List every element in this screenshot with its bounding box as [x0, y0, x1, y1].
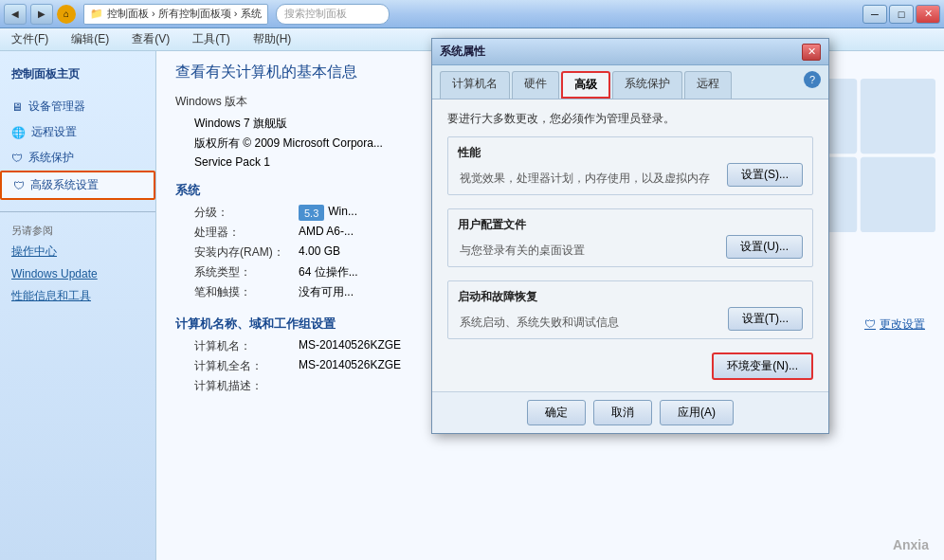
service-pack-text: Service Pack 1 — [194, 155, 270, 169]
ram-value: 4.00 GB — [299, 244, 340, 261]
pc-fullname-value: MS-20140526KZGE — [299, 358, 401, 374]
dialog-section-user-profiles: 用户配置文件 与您登录有关的桌面设置 设置(U)... — [447, 208, 813, 267]
dialog-section-performance: 性能 视觉效果，处理器计划，内存使用，以及虚拟内存 设置(S)... — [447, 136, 813, 195]
env-btn-row: 环境变量(N)... — [447, 352, 813, 380]
remote-icon: 🌐 — [11, 126, 26, 139]
search-box[interactable]: 搜索控制面板 — [276, 4, 390, 25]
watermark: Anxia — [893, 537, 929, 552]
sidebar-link-windows-update[interactable]: Windows Update — [0, 263, 155, 284]
os-type-value: 64 位操作... — [299, 264, 358, 280]
search-placeholder: 搜索控制面板 — [284, 7, 347, 21]
svg-rect-3 — [861, 157, 935, 232]
sidebar-item-system-protect[interactable]: 🛡 系统保护 — [0, 145, 155, 171]
sidebar-link-performance[interactable]: 性能信息和工具 — [0, 284, 155, 308]
address-bar: 📁 控制面板 › 所有控制面板项 › 系统 — [83, 4, 268, 25]
touch-value: 没有可用... — [299, 284, 354, 300]
rating-label: 分级： — [194, 205, 299, 221]
dialog-title: 系统属性 — [440, 44, 485, 60]
sidebar-item-device-manager[interactable]: 🖥 设备管理器 — [0, 94, 155, 119]
sidebar: 控制面板主页 🖥 设备管理器 🌐 远程设置 🛡 系统保护 🛡 高级系统设置 另请… — [0, 51, 156, 560]
change-settings-link[interactable]: 🛡 更改设置 — [864, 316, 925, 333]
processor-label: 处理器： — [194, 225, 299, 241]
pc-fullname-label: 计算机全名： — [194, 358, 299, 374]
sidebar-main-title[interactable]: 控制面板主页 — [0, 63, 155, 86]
sidebar-item-label: 高级系统设置 — [30, 177, 99, 193]
ok-button[interactable]: 确定 — [527, 400, 586, 425]
os-type-label: 系统类型： — [194, 264, 299, 280]
startup-title: 启动和故障恢复 — [458, 289, 803, 305]
settings-icon: 🛡 — [864, 317, 876, 331]
back-button[interactable]: ◀ — [4, 4, 27, 25]
sidebar-link-action-center[interactable]: 操作中心 — [0, 240, 155, 263]
svg-rect-1 — [861, 79, 935, 154]
dialog-help-icon[interactable]: ? — [804, 71, 821, 88]
maximize-button[interactable]: □ — [889, 5, 914, 24]
title-bar: ◀ ▶ ⌂ 📁 控制面板 › 所有控制面板项 › 系统 搜索控制面板 ─ □ ✕ — [0, 0, 944, 28]
tab-hardware[interactable]: 硬件 — [512, 71, 559, 99]
dialog-content: 要进行大多数更改，您必须作为管理员登录。 性能 视觉效果，处理器计划，内存使用，… — [432, 99, 828, 391]
tab-advanced[interactable]: 高级 — [561, 71, 610, 99]
rating-badge: 5.3 — [299, 205, 324, 221]
pc-name-label: 计算机名： — [194, 338, 299, 354]
computer-section-label: 计算机名称、域和工作组设置 — [175, 316, 336, 333]
device-manager-icon: 🖥 — [11, 100, 23, 114]
user-settings-button[interactable]: 设置(U)... — [726, 235, 803, 259]
sidebar-item-remote[interactable]: 🌐 远程设置 — [0, 119, 155, 145]
dialog-note: 要进行大多数更改，您必须作为管理员登录。 — [447, 111, 813, 127]
sidebar-sub-title: 另请参阅 — [0, 220, 155, 240]
dialog-footer: 确定 取消 应用(A) — [432, 391, 828, 433]
apply-button[interactable]: 应用(A) — [660, 400, 734, 425]
touch-label: 笔和触摸： — [194, 284, 299, 300]
title-bar-controls: ─ □ ✕ — [862, 5, 940, 24]
change-settings-text: 更改设置 — [880, 316, 925, 333]
startup-settings-button[interactable]: 设置(T)... — [728, 307, 803, 331]
sidebar-item-label: 远程设置 — [31, 124, 77, 140]
sidebar-item-label: 设备管理器 — [28, 99, 85, 115]
folder-icon: 📁 — [90, 8, 103, 20]
dialog-tabs: 计算机名 硬件 高级 系统保护 远程 ? — [432, 65, 828, 99]
perf-title: 性能 — [458, 145, 803, 161]
tab-computer-name[interactable]: 计算机名 — [440, 71, 510, 99]
user-desc: 与您登录有关的桌面设置 — [458, 243, 585, 259]
tab-remote[interactable]: 远程 — [684, 71, 732, 99]
menu-help[interactable]: 帮助(H) — [249, 29, 296, 49]
sidebar-subsection: 另请参阅 操作中心 Windows Update 性能信息和工具 — [0, 211, 155, 308]
close-button[interactable]: ✕ — [916, 5, 940, 24]
pc-name-value: MS-20140526KZGE — [299, 338, 401, 354]
menu-edit[interactable]: 编辑(E) — [67, 29, 113, 49]
protect-icon: 🛡 — [11, 152, 23, 165]
rating-value: Win... — [328, 205, 357, 221]
perf-settings-button[interactable]: 设置(S)... — [727, 163, 803, 187]
menu-tools[interactable]: 工具(T) — [189, 29, 233, 49]
sidebar-item-label: 系统保护 — [28, 150, 74, 166]
startup-desc: 系统启动、系统失败和调试信息 — [458, 315, 619, 331]
system-properties-dialog: 系统属性 ✕ 计算机名 硬件 高级 系统保护 远程 ? 要进行大多数更改，您必须… — [431, 38, 829, 434]
processor-value: AMD A6-... — [299, 225, 354, 241]
copyright-text: 版权所有 © 2009 Microsoft Corpora... — [194, 135, 383, 152]
windows-edition: Windows 7 旗舰版 — [194, 116, 287, 132]
forward-button[interactable]: ▶ — [30, 4, 53, 25]
env-variables-button[interactable]: 环境变量(N)... — [712, 352, 813, 380]
tab-system-protect[interactable]: 系统保护 — [612, 71, 682, 99]
ram-label: 安装内存(RAM)： — [194, 244, 299, 261]
perf-desc: 视觉效果，处理器计划，内存使用，以及虚拟内存 — [458, 171, 710, 187]
minimize-button[interactable]: ─ — [862, 5, 887, 24]
user-title: 用户配置文件 — [458, 217, 803, 233]
pc-desc-label: 计算机描述： — [194, 378, 299, 394]
address-text: 控制面板 › 所有控制面板项 › 系统 — [107, 7, 262, 21]
sidebar-item-advanced[interactable]: 🛡 高级系统设置 — [0, 171, 155, 200]
title-bar-left: ◀ ▶ ⌂ 📁 控制面板 › 所有控制面板项 › 系统 搜索控制面板 — [4, 4, 390, 25]
dialog-section-startup: 启动和故障恢复 系统启动、系统失败和调试信息 设置(T)... — [447, 280, 813, 339]
dialog-title-bar: 系统属性 ✕ — [432, 39, 828, 65]
home-icon[interactable]: ⌂ — [57, 5, 76, 24]
cancel-button[interactable]: 取消 — [593, 400, 652, 425]
menu-file[interactable]: 文件(F) — [8, 29, 52, 49]
dialog-close-button[interactable]: ✕ — [802, 44, 821, 61]
menu-view[interactable]: 查看(V) — [128, 29, 173, 49]
advanced-icon: 🛡 — [13, 179, 25, 192]
